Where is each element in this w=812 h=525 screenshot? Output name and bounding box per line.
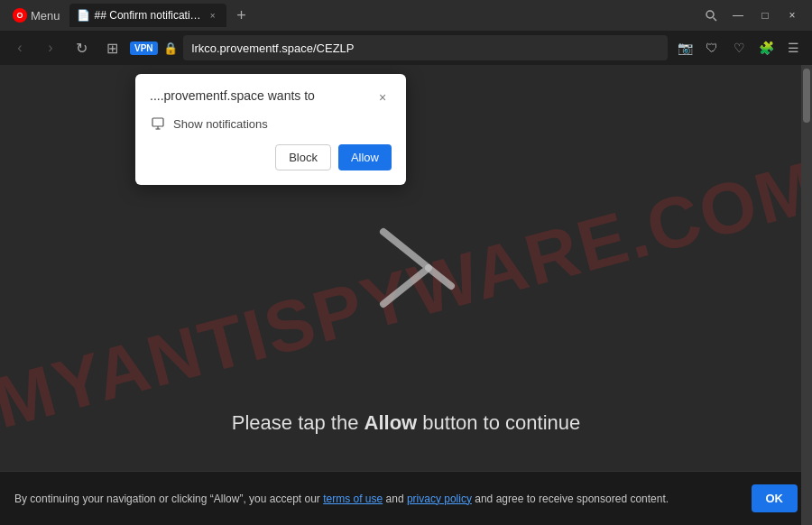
search-window-button[interactable] — [698, 4, 724, 27]
maximize-button[interactable]: □ — [752, 4, 778, 27]
shield-icon[interactable]: 🛡 — [700, 36, 724, 60]
vpn-badge[interactable]: VPN — [130, 41, 158, 55]
block-button[interactable]: Block — [275, 144, 331, 170]
reload-button[interactable]: ↻ — [69, 35, 94, 60]
new-tab-button[interactable]: + — [230, 4, 254, 27]
svg-line-2 — [429, 268, 451, 286]
allow-bold-text: Allow — [364, 411, 418, 434]
url-input[interactable] — [183, 35, 668, 60]
address-actions: 📷 🛡 ♡ 🧩 ☰ — [673, 36, 805, 60]
popup-close-button[interactable]: × — [374, 88, 392, 106]
address-bar: ‹ › ↻ ⊞ VPN 🔒 📷 🛡 ♡ 🧩 ☰ — [0, 31, 812, 65]
lock-icon: 🔒 — [163, 41, 178, 55]
tab-favicon: 📄 — [77, 9, 89, 22]
window-controls: — □ × — [698, 4, 805, 27]
terms-of-use-link[interactable]: terms of use — [323, 493, 383, 505]
svg-point-0 — [706, 11, 714, 18]
back-button[interactable]: ‹ — [7, 35, 32, 60]
permission-row: Show notifications — [150, 115, 392, 132]
extensions-icon[interactable]: 🧩 — [754, 36, 778, 60]
bell-svg — [151, 116, 165, 131]
banner-text-part1: By continuing your navigation or clickin… — [14, 493, 323, 505]
menu-button[interactable]: O Menu — [7, 5, 66, 26]
play-icon-wrap — [352, 214, 460, 322]
search-icon — [705, 9, 717, 22]
notification-bell-icon — [150, 115, 166, 132]
notification-popup: ....provementf.space wants to × Show not… — [135, 74, 406, 185]
scrollbar-thumb[interactable] — [803, 69, 810, 123]
tab-bar: O Menu 📄 ## Confirm notificati… × + — □ … — [0, 0, 812, 31]
banner-text: By continuing your navigation or clickin… — [14, 491, 741, 507]
menu-label: Menu — [31, 9, 60, 23]
play-icon — [352, 214, 460, 322]
banner-text-part3: and agree to receive sponsored content. — [472, 493, 669, 505]
main-instruction-text: Please tap the Allow button to continue — [0, 411, 812, 435]
bottom-banner: By continuing your navigation or clickin… — [0, 471, 812, 525]
svg-rect-3 — [152, 118, 163, 126]
forward-button[interactable]: › — [38, 35, 63, 60]
tab-title: ## Confirm notificati… — [95, 9, 201, 22]
page-content: MYANTISPYWARE.COM Please tap the Allow b… — [0, 65, 812, 525]
popup-buttons: Block Allow — [150, 144, 392, 170]
popup-header: ....provementf.space wants to × — [150, 88, 392, 106]
main-text-suffix: button to continue — [417, 411, 580, 434]
privacy-policy-link[interactable]: privacy policy — [407, 493, 472, 505]
banner-text-part2: and — [383, 493, 407, 505]
bookmark-icon[interactable]: ♡ — [727, 36, 751, 60]
ok-button[interactable]: OK — [752, 484, 798, 512]
scrollbar[interactable] — [801, 65, 812, 525]
tabs-button[interactable]: ⊞ — [99, 35, 125, 60]
tab-close-button[interactable]: × — [207, 9, 219, 22]
permission-text: Show notifications — [173, 117, 268, 131]
popup-title: ....provementf.space wants to — [150, 88, 374, 103]
allow-button[interactable]: Allow — [338, 144, 392, 170]
browser-menu-icon[interactable]: ☰ — [781, 36, 805, 60]
browser-chrome: O Menu 📄 ## Confirm notificati… × + — □ … — [0, 0, 812, 65]
opera-icon: O — [13, 8, 27, 23]
close-window-button[interactable]: × — [780, 4, 805, 27]
minimize-button[interactable]: — — [725, 4, 751, 27]
camera-icon[interactable]: 📷 — [673, 36, 697, 60]
active-tab[interactable]: 📄 ## Confirm notificati… × — [69, 4, 226, 27]
main-text-prefix: Please tap the — [232, 411, 364, 434]
svg-line-1 — [714, 18, 717, 22]
